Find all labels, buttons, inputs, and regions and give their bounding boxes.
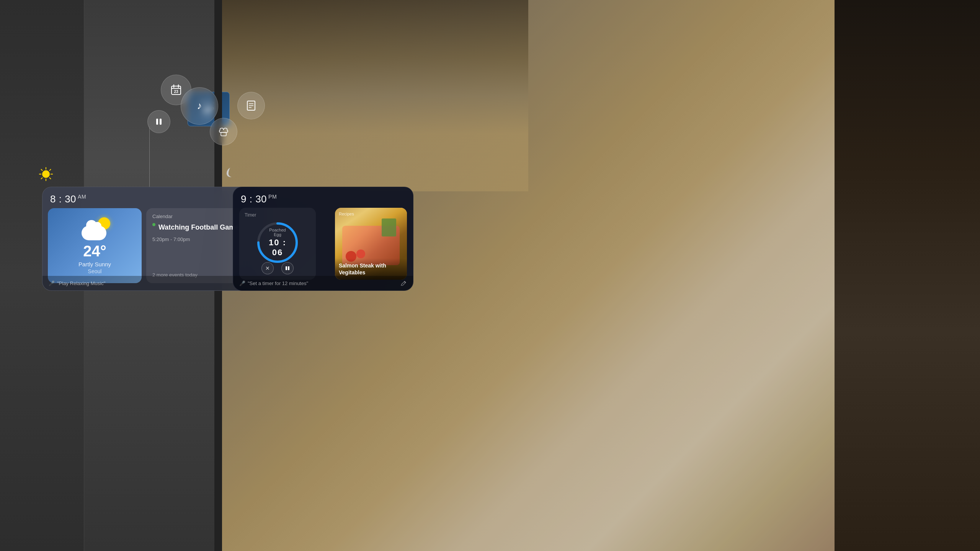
weather-city: Seoul [88,268,102,274]
right-panel [835,0,980,551]
timer-close-button[interactable]: ✕ [261,262,274,274]
svg-line-7 [49,169,51,171]
svg-rect-20 [156,119,158,125]
svg-text:23: 23 [174,90,178,94]
timer-dish: Poached Egg [266,228,289,237]
microphone-icon-evening: 🎤 [239,280,245,286]
morning-voice-bar: 🎤 "Play Relaxing Music" [42,276,263,290]
bubble-music[interactable]: ♪ [181,87,218,125]
connector-vertical [149,126,150,187]
evening-time: 9 : 30PM [241,193,277,205]
evening-voice-bar: 🎤 "Set a timer for 12 minutes" [233,276,413,290]
event-dot [152,223,155,226]
sun-icon [36,165,56,184]
weather-card[interactable]: 24° Partly Sunny Seoul [48,208,142,283]
svg-text:♪: ♪ [197,100,202,111]
evening-edit-icon[interactable] [401,280,407,287]
svg-rect-24 [286,266,287,270]
calendar-event-title: Watching Football Game [158,223,239,232]
bubble-notes[interactable] [237,92,265,119]
bubble-pause[interactable] [147,110,170,133]
svg-rect-19 [221,132,226,136]
cabinet-area [222,0,528,191]
morning-panel: 8 : 30AM 24° Partly Sunny Seoul Calendar… [42,187,263,291]
evening-voice-text: 🎤 "Set a timer for 12 minutes" [239,280,308,286]
microphone-icon: 🎤 [49,280,55,286]
timer-pause-button[interactable] [281,262,294,274]
weather-temperature: 24° [83,243,106,259]
timer-card[interactable]: Timer Poached Egg 10 : 06 ✕ [239,208,316,280]
morning-panel-header: 8 : 30AM [42,187,263,208]
evening-panel: 9 : 30PM Timer Poached Egg 10 : 06 ✕ [233,187,413,291]
morning-time: 8 : 30AM [50,193,86,205]
evening-panel-header: 9 : 30PM [233,187,413,208]
recipe-label: Recipes [339,212,354,216]
timer-center: Poached Egg 10 : 06 [266,228,289,258]
morning-voice-text: 🎤 "Play Relaxing Music" [49,280,105,286]
timer-label: Timer [245,212,256,218]
weather-description: Partly Sunny [78,261,111,267]
weather-icon [80,217,110,240]
evening-voice-hint: "Set a timer for 12 minutes" [248,280,308,286]
svg-rect-25 [288,266,289,270]
timer-controls: ✕ [261,262,294,274]
timer-ring: Poached Egg 10 : 06 [255,220,301,266]
bubble-chef[interactable] [210,118,237,145]
recipe-card[interactable]: Recipes Salmon Steak with Vegitables [335,208,407,280]
moon-icon [223,165,238,180]
svg-rect-21 [160,119,162,125]
cloud-shape [82,226,106,240]
morning-voice-hint: "Play Relaxing Music" [57,280,105,286]
svg-line-6 [49,178,51,179]
timer-time: 10 : 06 [266,238,289,258]
svg-line-5 [41,169,42,171]
svg-point-0 [42,170,50,178]
svg-line-8 [41,178,42,179]
